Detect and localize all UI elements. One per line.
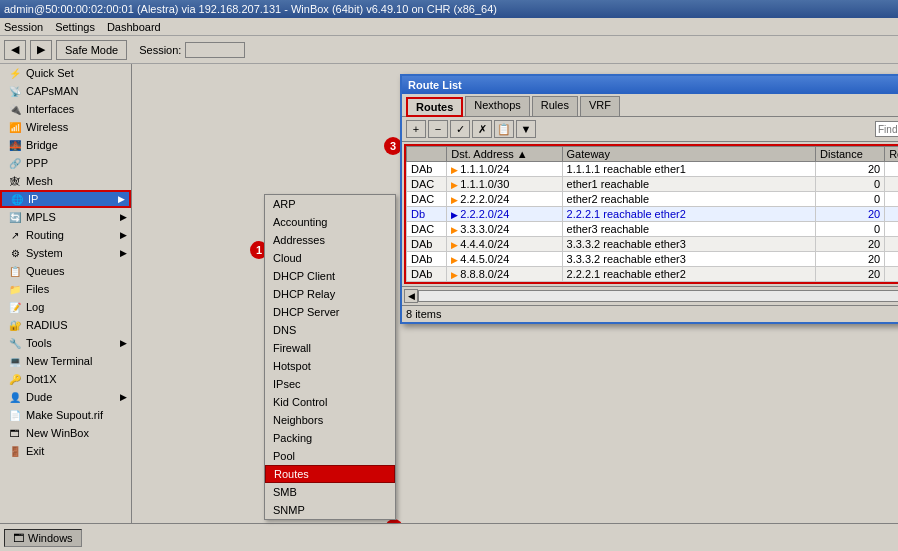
sidebar-item-radius[interactable]: 🔐 RADIUS (0, 316, 131, 334)
submenu-dns[interactable]: DNS (265, 321, 395, 339)
files-icon: 📁 (8, 282, 22, 296)
menu-session[interactable]: Session (4, 21, 43, 33)
table-row[interactable]: DAb ▶4.4.5.0/24 3.3.3.2 reachable ether3… (407, 252, 899, 267)
col-header-gateway[interactable]: Gateway (562, 147, 815, 162)
row-type: DAC (407, 192, 447, 207)
col-header-dst[interactable]: Dst. Address ▲ (447, 147, 562, 162)
submenu-addresses[interactable]: Addresses (265, 231, 395, 249)
enable-button[interactable]: ✓ (450, 120, 470, 138)
dude-arrow-icon: ▶ (120, 392, 127, 402)
scroll-left[interactable]: ◀ (404, 289, 418, 303)
row-gateway: ether3 reachable (562, 222, 815, 237)
submenu-firewall[interactable]: Firewall (265, 339, 395, 357)
submenu-neighbors[interactable]: Neighbors (265, 411, 395, 429)
sidebar-item-make-supout[interactable]: 📄 Make Supout.rif (0, 406, 131, 424)
submenu-dhcp-server[interactable]: DHCP Server (265, 303, 395, 321)
window-title-bar: Route List _ □ ✕ (402, 76, 898, 94)
system-arrow-icon: ▶ (120, 248, 127, 258)
submenu-dhcp-client[interactable]: DHCP Client (265, 267, 395, 285)
col-header-type[interactable] (407, 147, 447, 162)
col-header-distance[interactable]: Distance (816, 147, 885, 162)
table-row[interactable]: DAC ▶1.1.1.0/30 ether1 reachable 0 (407, 177, 899, 192)
table-row[interactable]: DAC ▶3.3.3.0/24 ether3 reachable 0 (407, 222, 899, 237)
row-mark (885, 267, 898, 282)
horizontal-scrollbar[interactable] (418, 290, 898, 302)
sidebar: ⚡ Quick Set 📡 CAPsMAN 🔌 Interfaces 📶 Wir… (0, 64, 132, 551)
table-row[interactable]: DAb ▶4.4.4.0/24 3.3.3.2 reachable ether3… (407, 237, 899, 252)
sidebar-item-queues[interactable]: 📋 Queues (0, 262, 131, 280)
table-row[interactable]: DAb ▶8.8.8.0/24 2.2.2.1 reachable ether2… (407, 267, 899, 282)
submenu-hotspot[interactable]: Hotspot (265, 357, 395, 375)
sidebar-item-bridge[interactable]: 🌉 Bridge (0, 136, 131, 154)
sidebar-item-new-terminal[interactable]: 💻 New Terminal (0, 352, 131, 370)
sidebar-item-mesh[interactable]: 🕸 Mesh (0, 172, 131, 190)
submenu-pool[interactable]: Pool (265, 447, 395, 465)
taskbar-windows-icon: 🗔 (13, 532, 24, 544)
table-row[interactable]: DAC ▶2.2.2.0/24 ether2 reachable 0 (407, 192, 899, 207)
row-gateway: 3.3.3.2 reachable ether3 (562, 237, 815, 252)
tab-nexthops[interactable]: Nexthops (465, 96, 529, 116)
sidebar-item-ip[interactable]: 🌐 IP ▶ (0, 190, 131, 208)
add-button[interactable]: + (406, 120, 426, 138)
route-table-container[interactable]: Dst. Address ▲ Gateway Distance Routing … (404, 144, 898, 284)
routing-icon: ↗ (8, 228, 22, 242)
filter-button[interactable]: ▼ (516, 120, 536, 138)
table-row[interactable]: DAb ▶1.1.1.0/24 1.1.1.1 reachable ether1… (407, 162, 899, 177)
ip-icon: 🌐 (10, 192, 24, 206)
submenu-kid-control[interactable]: Kid Control (265, 393, 395, 411)
tab-rules[interactable]: Rules (532, 96, 578, 116)
sidebar-item-interfaces[interactable]: 🔌 Interfaces (0, 100, 131, 118)
sidebar-item-tools[interactable]: 🔧 Tools ▶ (0, 334, 131, 352)
row-gateway: ether2 reachable (562, 192, 815, 207)
submenu-smb[interactable]: SMB (265, 483, 395, 501)
sidebar-item-quick-set[interactable]: ⚡ Quick Set (0, 64, 131, 82)
submenu-cloud[interactable]: Cloud (265, 249, 395, 267)
submenu-routes[interactable]: Routes (265, 465, 395, 483)
sidebar-item-system[interactable]: ⚙ System ▶ (0, 244, 131, 262)
sidebar-item-new-winbox[interactable]: 🗔 New WinBox (0, 424, 131, 442)
row-mark (885, 177, 898, 192)
sidebar-item-exit[interactable]: 🚪 Exit (0, 442, 131, 460)
supout-icon: 📄 (8, 408, 22, 422)
sidebar-item-mpls[interactable]: 🔄 MPLS ▶ (0, 208, 131, 226)
copy-button[interactable]: 📋 (494, 120, 514, 138)
sidebar-item-wireless[interactable]: 📶 Wireless (0, 118, 131, 136)
items-count: 8 items (406, 308, 441, 320)
submenu-accounting[interactable]: Accounting (265, 213, 395, 231)
row-distance: 20 (816, 252, 885, 267)
session-input[interactable] (185, 42, 245, 58)
forward-button[interactable]: ▶ (30, 40, 52, 60)
tab-vrf[interactable]: VRF (580, 96, 620, 116)
route-table: Dst. Address ▲ Gateway Distance Routing … (406, 146, 898, 282)
sidebar-item-dot1x[interactable]: 🔑 Dot1X (0, 370, 131, 388)
disable-button[interactable]: ✗ (472, 120, 492, 138)
submenu-ipsec[interactable]: IPsec (265, 375, 395, 393)
col-header-mark[interactable]: Routing Mark ▼ (885, 147, 898, 162)
submenu-dhcp-relay[interactable]: DHCP Relay (265, 285, 395, 303)
row-type: DAb (407, 162, 447, 177)
sidebar-item-routing[interactable]: ↗ Routing ▶ (0, 226, 131, 244)
remove-button[interactable]: − (428, 120, 448, 138)
main-layout: ⚡ Quick Set 📡 CAPsMAN 🔌 Interfaces 📶 Wir… (0, 64, 898, 551)
taskbar-windows[interactable]: 🗔 Windows (4, 529, 82, 547)
submenu-snmp[interactable]: SNMP (265, 501, 395, 519)
ip-arrow-icon: ▶ (118, 194, 125, 204)
safe-mode-button[interactable]: Safe Mode (56, 40, 127, 60)
sidebar-item-capsman[interactable]: 📡 CAPsMAN (0, 82, 131, 100)
submenu-arp[interactable]: ARP (265, 195, 395, 213)
sidebar-item-dude[interactable]: 👤 Dude ▶ (0, 388, 131, 406)
sidebar-item-log[interactable]: 📝 Log (0, 298, 131, 316)
back-button[interactable]: ◀ (4, 40, 26, 60)
menu-dashboard[interactable]: Dashboard (107, 21, 161, 33)
tab-routes[interactable]: Routes (406, 97, 463, 117)
submenu-packing[interactable]: Packing (265, 429, 395, 447)
bridge-icon: 🌉 (8, 138, 22, 152)
tools-icon: 🔧 (8, 336, 22, 350)
sidebar-item-files[interactable]: 📁 Files (0, 280, 131, 298)
table-row[interactable]: Db ▶2.2.2.0/24 2.2.2.1 reachable ether2 … (407, 207, 899, 222)
row-distance: 0 (816, 192, 885, 207)
menu-settings[interactable]: Settings (55, 21, 95, 33)
find-input[interactable] (875, 121, 898, 137)
sidebar-item-ppp[interactable]: 🔗 PPP (0, 154, 131, 172)
row-distance: 0 (816, 222, 885, 237)
